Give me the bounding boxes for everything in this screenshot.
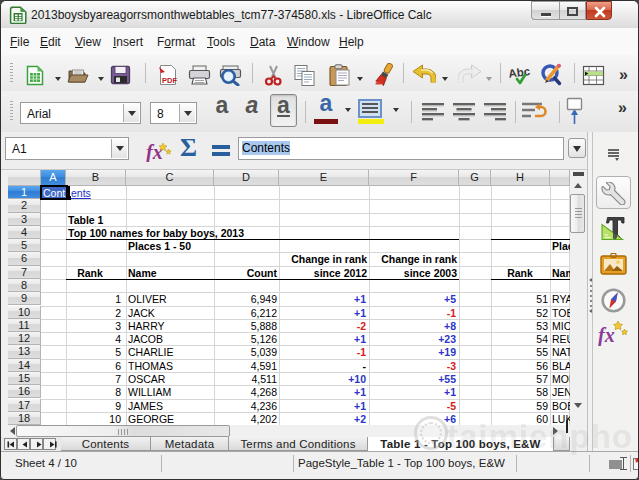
svg-text:fx: fx (146, 141, 163, 162)
svg-text:Abc: Abc (509, 65, 531, 80)
svg-text:fx: fx (598, 324, 615, 346)
svg-text:PDF: PDF (162, 76, 177, 85)
